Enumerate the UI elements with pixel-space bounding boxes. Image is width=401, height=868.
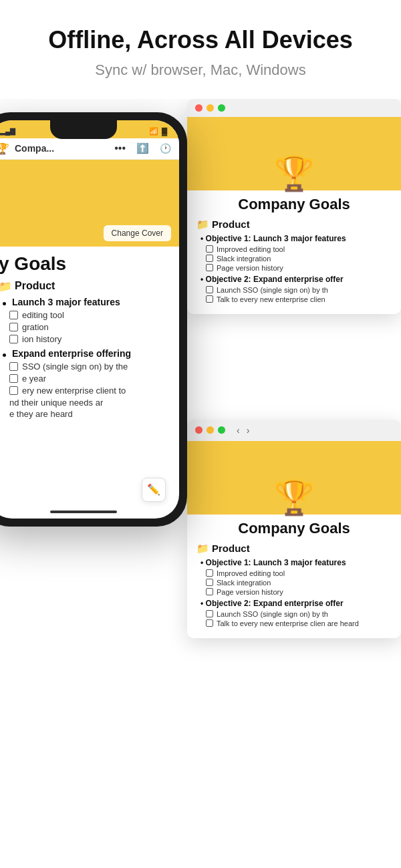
browser-bottom-check: Launch SSO (single sign on) by th — [206, 610, 392, 618]
window-minimize-dot-2[interactable] — [207, 426, 214, 434]
clock-icon[interactable]: 🕐 — [160, 143, 171, 154]
browser-bottom-page-title: Company Goals — [196, 520, 392, 537]
browser-top-titlebar — [187, 99, 401, 117]
browser-bottom-check: Slack integration — [206, 579, 392, 587]
browser-top-section: 📁 Product — [196, 219, 392, 231]
phone-screen: ▂▄▇ 📶 ▓ 🏆 Compa... ••• ⬆️ 🕐 Change Cover — [0, 120, 179, 519]
page-subtitle: Sync w/ browser, Mac, Windows — [13, 61, 388, 79]
phone-check-item-4: nd their unique needs ar — [9, 398, 168, 408]
browser-checkbox-b[interactable] — [206, 588, 213, 595]
window-close-dot[interactable] — [195, 104, 203, 112]
checkbox-1[interactable] — [9, 311, 18, 319]
browser-top-check: Improved editing tool — [206, 245, 392, 253]
browser-bottom-cover: 🏆 — [187, 441, 401, 515]
phone-navbar: 🏆 Compa... ••• ⬆️ 🕐 — [0, 138, 179, 160]
window-maximize-dot-2[interactable] — [218, 426, 225, 434]
browser-top-window: 🏆 Company Goals 📁 Product • Objective 1:… — [187, 99, 401, 314]
checkbox-2[interactable] — [9, 323, 18, 331]
battery-icon: ▓ — [162, 127, 167, 135]
checkbox-5[interactable] — [9, 374, 18, 383]
phone-check-item: e year — [9, 374, 168, 384]
browser-checkbox[interactable] — [206, 245, 213, 253]
checkbox-3[interactable] — [9, 335, 18, 343]
window-close-dot-2[interactable] — [195, 426, 203, 434]
phone-check-item-5: e they are heard — [9, 409, 168, 419]
phone-check-item: editing tool — [9, 310, 168, 320]
trophy-icon: 🏆 — [0, 142, 9, 155]
browser-bottom-window: ‹ › 🏆 Company Goals 📁 Product • Objectiv… — [187, 420, 401, 638]
phone-mockup: ▂▄▇ 📶 ▓ 🏆 Compa... ••• ⬆️ 🕐 Change Cover — [0, 112, 187, 527]
browser-checkbox-b[interactable] — [206, 579, 213, 586]
phone-home-bar — [50, 511, 117, 513]
browser-top-folder-icon: 📁 — [196, 219, 209, 231]
signal-icon: ▂▄▇ — [0, 128, 15, 135]
checkbox-6[interactable] — [9, 386, 18, 395]
browser-top-trophy-icon: 🏆 — [273, 157, 315, 190]
window-minimize-dot[interactable] — [207, 104, 214, 112]
browser-top-check: Talk to every new enterprise clien — [206, 295, 392, 303]
browser-bottom-trophy-icon: 🏆 — [273, 481, 315, 515]
header-section: Offline, Across All Devices Sync w/ brow… — [0, 0, 401, 99]
phone-check-item: ion history — [9, 334, 168, 344]
devices-container: ▂▄▇ 📶 ▓ 🏆 Compa... ••• ⬆️ 🕐 Change Cover — [0, 99, 401, 821]
browser-bottom-nav: ‹ › — [235, 425, 251, 436]
browser-bottom-check: Improved editing tool — [206, 569, 392, 577]
checkbox-4[interactable] — [9, 362, 18, 371]
browser-bottom-section: 📁 Product — [196, 543, 392, 555]
phone-content: y Goals 📁 Product Launch 3 major feature… — [0, 247, 179, 431]
share-icon[interactable]: ⬆️ — [136, 142, 149, 154]
back-button[interactable]: ‹ — [235, 425, 242, 436]
page-title: Offline, Across All Devices — [13, 27, 388, 53]
phone-check-item: SSO (single sign on) by the — [9, 361, 168, 372]
browser-top-obj1: • Objective 1: Launch 3 major features — [200, 234, 392, 243]
phone-notch — [50, 120, 117, 139]
more-icon[interactable]: ••• — [114, 142, 126, 154]
browser-checkbox[interactable] — [206, 255, 213, 262]
browser-checkbox[interactable] — [206, 264, 213, 271]
browser-top-check: Page version history — [206, 264, 392, 272]
phone-objective-1: Launch 3 major features — [3, 297, 168, 307]
browser-bottom-folder-icon: 📁 — [196, 543, 209, 555]
browser-checkbox-b[interactable] — [206, 569, 213, 577]
folder-icon: 📁 — [0, 280, 12, 293]
phone-page-title: y Goals — [0, 247, 168, 280]
browser-top-obj2: • Objective 2: Expand enterprise offer — [200, 275, 392, 284]
browser-top-page-title: Company Goals — [196, 196, 392, 213]
browser-bottom-check: Talk to every new enterprise clien are h… — [206, 619, 392, 627]
browser-bottom-content: Company Goals 📁 Product • Objective 1: L… — [187, 515, 401, 638]
forward-button[interactable]: › — [245, 425, 252, 436]
wifi-icon: 📶 — [149, 127, 158, 136]
browser-bottom-titlebar: ‹ › — [187, 420, 401, 441]
browser-top-check: Launch SSO (single sign on) by th — [206, 286, 392, 294]
browser-top-cover: 🏆 — [187, 117, 401, 190]
phone-nav-title: Compa... — [15, 143, 104, 154]
browser-bottom-obj2: • Objective 2: Expand enterprise offer — [200, 599, 392, 608]
browser-bottom-obj1: • Objective 1: Launch 3 major features — [200, 558, 392, 567]
browser-checkbox-b[interactable] — [206, 619, 213, 627]
phone-edit-button[interactable]: ✏️ — [142, 478, 166, 502]
change-cover-button[interactable]: Change Cover — [104, 225, 171, 241]
phone-cover: Change Cover — [0, 160, 179, 247]
browser-checkbox-b[interactable] — [206, 610, 213, 617]
phone-check-item: ery new enterprise client to — [9, 386, 168, 396]
phone-objective-2: Expand enterprise offering — [3, 348, 168, 359]
browser-top-content: Company Goals 📁 Product • Objective 1: L… — [187, 190, 401, 314]
phone-check-item: gration — [9, 322, 168, 332]
browser-checkbox[interactable] — [206, 286, 213, 293]
browser-checkbox[interactable] — [206, 295, 213, 303]
browser-bottom-check: Page version history — [206, 588, 392, 596]
window-maximize-dot[interactable] — [218, 104, 225, 112]
phone-section-title: 📁 Product — [0, 280, 168, 293]
browser-top-check: Slack integration — [206, 255, 392, 263]
